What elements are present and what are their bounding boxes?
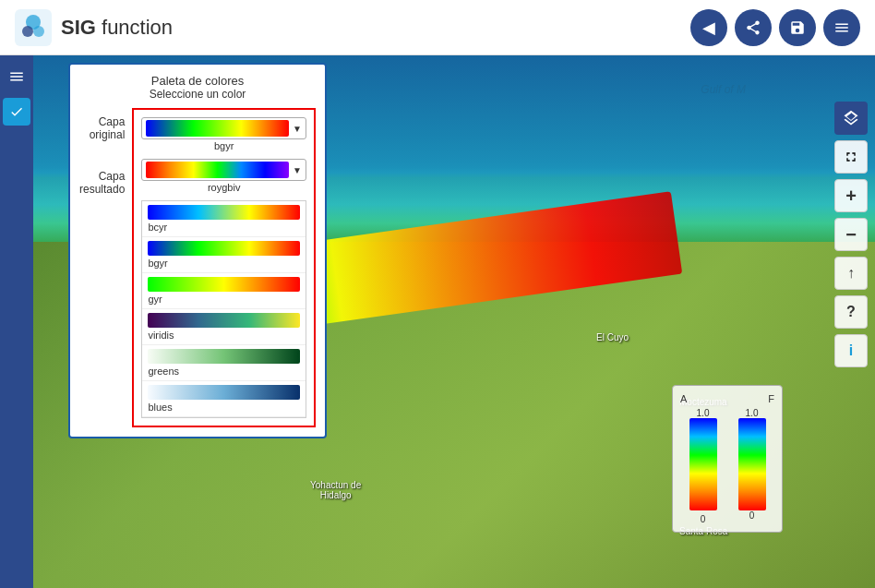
gulf-label: Gulf of M [701, 83, 746, 96]
legend-low-f: 0 [749, 510, 755, 521]
sidebar-menu-button[interactable] [3, 63, 30, 90]
panel-header: Paleta de colores Seleccione un color [79, 74, 316, 101]
gyr-strip [148, 277, 300, 292]
dropdown-item-bgyr[interactable]: bgyr [142, 237, 306, 273]
header: SIG function ◀ [0, 0, 875, 55]
city-el-cuyo: El Cuyo [596, 332, 629, 342]
map[interactable]: Gulf of M El Cuyo Moctezuma Yohactun deH… [33, 55, 875, 588]
save-button[interactable] [779, 9, 816, 46]
dropdown-item-viridis[interactable]: viridis [142, 309, 306, 345]
legend-box: A F 1.0 0 1.0 0 [672, 385, 783, 533]
original-color-dropdown[interactable]: ▼ [141, 117, 306, 139]
bgyr-label: bgyr [148, 258, 300, 269]
panel-subtitle: Seleccione un color [79, 88, 316, 101]
sidebar [0, 55, 33, 588]
legend-high-a: 1.0 [697, 408, 710, 418]
menu-button[interactable] [823, 9, 860, 46]
dropdown-item-blues[interactable]: blues [142, 381, 306, 417]
blues-label: blues [148, 402, 300, 413]
result-dropdown-arrow: ▼ [293, 165, 302, 175]
zoom-out-button[interactable]: − [834, 218, 868, 251]
zoom-in-button[interactable]: + [834, 179, 868, 212]
legend-gradient-f [738, 418, 766, 510]
main: Gulf of M El Cuyo Moctezuma Yohactun deH… [0, 55, 875, 588]
panel-rows: Capaoriginal Caparesultado ▼ bgyr [79, 108, 316, 427]
legend-low-a: 0 [701, 514, 706, 524]
result-dropdown-label: roygbiv [141, 182, 306, 193]
app-title: SIG function [61, 16, 173, 40]
greens-strip [148, 349, 300, 364]
result-color-dropdown[interactable]: ▼ [141, 159, 306, 181]
greens-label: greens [148, 366, 300, 377]
original-selector-row: ▼ bgyr [141, 117, 306, 151]
blues-strip [148, 385, 300, 400]
svg-point-3 [33, 26, 44, 37]
viridis-strip [148, 313, 300, 328]
gyr-label: gyr [148, 294, 300, 305]
original-dropdown-label: bgyr [141, 140, 306, 151]
panel-title: Paleta de colores [79, 74, 316, 88]
expand-button[interactable] [834, 140, 868, 174]
result-selector-row: ▼ roygbiv [141, 159, 306, 193]
result-label: Caparesultado [79, 170, 125, 197]
original-label: Capaoriginal [79, 115, 125, 142]
dropdown-list[interactable]: bcyr bgyr gyr [141, 200, 306, 418]
dropdown-item-gyr[interactable]: gyr [142, 273, 306, 309]
sidebar-check-button[interactable] [3, 98, 30, 126]
legend-gradient-a [689, 418, 717, 510]
viridis-label: viridis [148, 330, 300, 341]
color-selectors: ▼ bgyr ▼ roygbiv [132, 108, 316, 427]
panel-labels: Capaoriginal Caparesultado [79, 108, 125, 197]
bcyr-strip [148, 205, 300, 220]
bcyr-label: bcyr [148, 222, 300, 233]
logo-icon [15, 9, 52, 46]
right-controls: + − ↑ ? i [834, 102, 868, 367]
north-button[interactable]: ↑ [834, 257, 868, 290]
help-button[interactable]: ? [834, 295, 868, 329]
legend-high-f: 1.0 [746, 408, 759, 418]
dropdown-item-bcyr[interactable]: bcyr [142, 201, 306, 237]
back-button[interactable]: ◀ [690, 9, 727, 46]
legend-label-f: F [768, 393, 774, 404]
color-palette-panel: Paleta de colores Seleccione un color Ca… [68, 63, 327, 438]
original-color-strip [146, 120, 289, 137]
info-button[interactable]: i [834, 334, 868, 367]
dropdown-item-greens[interactable]: greens [142, 345, 306, 381]
legend-label-a: A [680, 393, 687, 404]
layers-button[interactable] [834, 102, 868, 135]
header-left: SIG function [15, 9, 173, 46]
svg-point-2 [22, 26, 33, 37]
share-button[interactable] [735, 9, 772, 46]
result-color-strip [146, 162, 289, 178]
city-yohactun: Yohactun deHidalgo [310, 480, 361, 500]
original-dropdown-arrow: ▼ [293, 124, 302, 134]
bgyr-strip [148, 241, 300, 256]
header-right: ◀ [690, 9, 860, 46]
legend-header: A F [680, 393, 774, 404]
